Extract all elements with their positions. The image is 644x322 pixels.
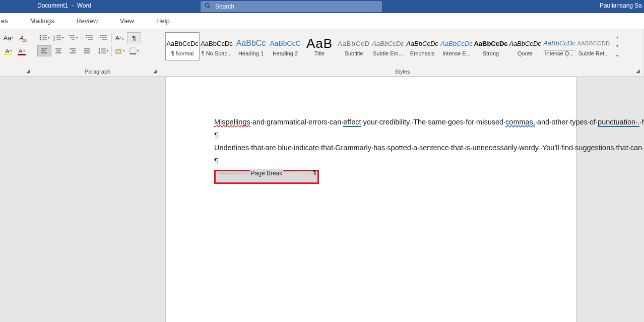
styles-gallery-more[interactable]: ▴▾▾ (613, 32, 621, 60)
style-swatch-subtle-ref-[interactable]: AABBCCDDSubtle Ref... (576, 32, 611, 60)
styles-group: AaBbCcDc¶ NormalAaBbCcDc¶ No Spac...AaBb… (161, 29, 644, 76)
style-swatch-heading-1[interactable]: AaBbCcHeading 1 (234, 32, 268, 60)
ribbon-tabs: es Mailings Review View Help (0, 13, 644, 29)
line-spacing-button[interactable]: ▾ (96, 45, 110, 56)
ribbon: Aa▾ A⌫ A▾ A▾ ◢ ▾ 123▾ ▾ AZ↓ ¶ ▾ (0, 29, 644, 77)
style-swatch--no-spac-[interactable]: AaBbCcDc¶ No Spac... (200, 32, 234, 60)
search-box[interactable]: Search (201, 1, 382, 12)
title-bar: Document1 - Word Search Pauliansang Sa (0, 0, 644, 13)
styles-gallery: AaBbCcDc¶ NormalAaBbCcDc¶ No Spac...AaBb… (165, 32, 640, 61)
style-swatch-strong[interactable]: AaBbCcDcStrong (474, 32, 508, 60)
tab-help[interactable]: Help (152, 14, 174, 28)
shading-button[interactable]: ▾ (113, 45, 127, 56)
style-swatch-subtitle[interactable]: AaBbCcDSubtitle (337, 32, 371, 60)
svg-marker-20 (86, 36, 87, 38)
style-swatch-quote[interactable]: AaBbCcDcQuote (508, 32, 542, 60)
clear-formatting-button[interactable]: A⌫ (16, 32, 27, 43)
page-break-indicator[interactable]: Page Break ¶ (214, 170, 319, 184)
window-title: Document1 - Word (37, 2, 91, 9)
paragraph-1[interactable]: Mispellings·and·grammatical·errors·can·e… (214, 117, 528, 127)
svg-marker-40 (98, 48, 100, 49)
sort-button[interactable]: AZ↓ (113, 32, 127, 43)
borders-button[interactable]: ▾ (127, 45, 141, 56)
user-name[interactable]: Pauliansang Sa (600, 2, 642, 9)
svg-marker-24 (100, 36, 101, 38)
bullets-button[interactable]: ▾ (37, 32, 51, 43)
align-center-button[interactable] (51, 45, 66, 56)
tab-view[interactable]: View (116, 14, 138, 28)
page-break-label: Page Break (250, 169, 284, 177)
svg-point-4 (39, 37, 41, 39)
style-swatch-heading-2[interactable]: AaBbCcCHeading 2 (268, 32, 302, 60)
svg-line-1 (209, 7, 210, 8)
svg-point-6 (39, 39, 41, 41)
style-swatch-subtle-em-[interactable]: AaBbCcDcSubtle Em... (371, 32, 405, 60)
paragraph-group-label: Paragraph (34, 69, 161, 75)
multilevel-list-button[interactable]: ▾ (66, 32, 80, 43)
font-group-partial: Aa▾ A⌫ A▾ A▾ ◢ (0, 29, 34, 76)
change-case-button[interactable]: Aa▾ (3, 32, 14, 43)
tab-mailings[interactable]: Mailings (26, 14, 58, 28)
decrease-indent-button[interactable] (82, 32, 96, 43)
style-swatch-title[interactable]: AaBTitle (302, 32, 337, 60)
numbering-button[interactable]: 123▾ (51, 32, 66, 43)
font-dialog-launcher[interactable]: ◢ (26, 68, 32, 74)
search-icon (205, 3, 211, 11)
doc-name: Document1 (37, 2, 68, 9)
page[interactable]: Mispellings·and·grammatical·errors·can·e… (165, 77, 576, 322)
svg-text:3: 3 (53, 38, 55, 41)
style-swatch-emphasis[interactable]: AaBbCcDcEmphasis (405, 32, 439, 60)
svg-point-0 (206, 4, 209, 7)
align-left-button[interactable] (37, 45, 51, 56)
paragraph-3[interactable]: Underlines·that·are·blue·indicate·that·G… (214, 143, 528, 153)
paragraph-group: ▾ 123▾ ▾ AZ↓ ¶ ▾ ▾ ▾ Paragraph ◢ (34, 29, 161, 76)
document-area[interactable]: Mispellings·and·grammatical·errors·can·e… (0, 77, 644, 322)
highlight-color-button[interactable]: A▾ (3, 45, 14, 56)
font-color-button[interactable]: A▾ (16, 45, 27, 56)
style-swatch-intense-e-[interactable]: AaBbCcDcIntense E... (439, 32, 474, 60)
paragraph-4-empty[interactable]: ¶ (214, 156, 528, 166)
svg-point-2 (39, 35, 41, 37)
paragraph-2-empty[interactable]: ¶ (214, 131, 528, 141)
tab-review[interactable]: Review (72, 14, 102, 28)
svg-marker-41 (98, 52, 100, 54)
svg-rect-43 (130, 48, 136, 54)
show-hide-marks-button[interactable]: ¶ (127, 32, 141, 43)
app-name: Word (77, 2, 91, 9)
style-swatch--normal[interactable]: AaBbCcDc¶ Normal (165, 32, 200, 60)
styles-group-label: Styles (161, 69, 643, 75)
tab-references-tail[interactable]: es (0, 14, 12, 28)
styles-dialog-launcher[interactable]: ◢ (636, 68, 642, 74)
search-placeholder: Search (215, 3, 234, 10)
increase-indent-button[interactable] (96, 32, 110, 43)
page-break-pilcrow: ¶ (313, 168, 316, 176)
paragraph-dialog-launcher[interactable]: ◢ (153, 68, 159, 74)
justify-button[interactable] (80, 45, 94, 56)
style-swatch-intense-q-[interactable]: AaBbCcDcIntense Q... (542, 32, 576, 60)
align-right-button[interactable] (66, 45, 80, 56)
